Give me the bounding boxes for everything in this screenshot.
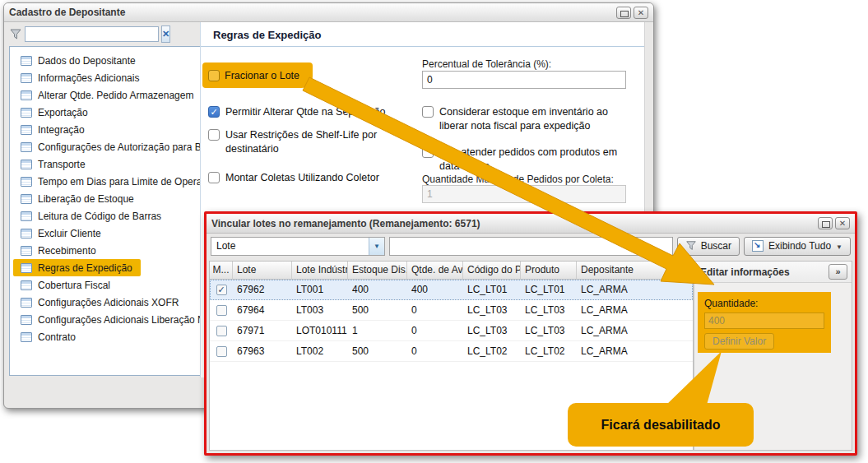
col-header-depositante[interactable]: Depositante <box>577 262 693 279</box>
sidebar-item-regras-de-expedicao[interactable]: Regras de Expedição <box>13 259 141 276</box>
list-icon <box>21 246 32 256</box>
list-icon <box>21 332 32 342</box>
clear-filter-icon[interactable] <box>161 25 170 43</box>
sidebar-item-config-liberacao-nf[interactable]: Configurações Adicionais Liberação NF <box>13 311 201 328</box>
table-row[interactable]: 67964 LT003 500 0 LC_LT03 LC_LT03 LC_ARM… <box>210 300 693 321</box>
cell-qtde-av: 400 <box>407 284 463 295</box>
table-row[interactable]: 67971 LOT010111 1 0 LC_LT03 LC_LT03 LC_A… <box>210 321 693 341</box>
editar-informacoes-header: Editar informações » <box>694 262 852 283</box>
tolerancia-input[interactable] <box>422 71 626 89</box>
row-checkbox[interactable] <box>216 305 227 316</box>
field-selector-dropdown[interactable]: Lote <box>211 237 385 256</box>
cell-lote-industria: LT001 <box>292 284 348 295</box>
cell-produto: LC_LT03 <box>521 304 577 316</box>
sidebar-item-integracao[interactable]: Integração <box>13 121 93 138</box>
col-header-qtde-av[interactable]: Qtde. de Av... <box>407 262 463 279</box>
sidebar-item-tempo-em-dias[interactable]: Tempo em Dias para Limite de Operaçã <box>13 173 201 190</box>
sidebar-item-label: Alterar Qtde. Pedido Armazenagem <box>38 90 193 101</box>
table-header-row: M... Lote Lote Indústria Estoque Dis... … <box>210 262 693 280</box>
cell-qtde-av: 0 <box>407 325 463 336</box>
cell-produto: LC_LT03 <box>521 325 577 336</box>
sidebar-item-contrato[interactable]: Contrato <box>13 328 84 345</box>
fracionar-lote-label: Fracionar o Lote <box>225 70 299 81</box>
sidebar-item-label: Configurações de Autorização para Bloqu <box>38 141 201 153</box>
sidebar-filter-input[interactable] <box>25 26 159 42</box>
sidebar-item-liberacao-de-estoque[interactable]: Liberação de Estoque <box>13 190 142 207</box>
main-window-titlebar: Cadastro de Depositante <box>4 3 653 22</box>
montar-coletas-checkbox[interactable] <box>208 172 220 183</box>
cell-lote: 67964 <box>233 304 292 316</box>
list-icon <box>21 73 32 83</box>
col-header-marcado[interactable]: M... <box>210 262 233 279</box>
sidebar-item-label: Leitura de Código de Barras <box>38 211 161 222</box>
col-header-estoque[interactable]: Estoque Dis... <box>348 262 407 279</box>
col-header-codigo[interactable]: Código do P... <box>463 262 521 279</box>
inventario-checkbox[interactable] <box>422 106 434 118</box>
sidebar-item-label: Integração <box>38 124 85 136</box>
row-checkbox[interactable] <box>216 326 227 336</box>
sidebar-item-label: Configurações Adicionais Liberação NF <box>38 314 201 326</box>
row-checkbox[interactable] <box>216 346 227 357</box>
buscar-button[interactable]: Buscar <box>677 237 740 256</box>
list-icon <box>21 177 32 187</box>
cell-produto: LC_LT02 <box>521 345 577 357</box>
list-icon <box>21 108 32 118</box>
sidebar-item-alterar-qtde[interactable]: Alterar Qtde. Pedido Armazenagem <box>13 86 201 104</box>
cell-qtde-av: 0 <box>407 304 463 316</box>
field-selector-value: Lote <box>216 240 235 252</box>
dialog-close-icon[interactable] <box>835 217 850 229</box>
cell-lote-industria: LT003 <box>292 304 348 316</box>
permitir-alterar-checkbox[interactable] <box>208 106 220 118</box>
list-icon <box>21 315 32 325</box>
sidebar-item-exportacao[interactable]: Exportação <box>13 104 96 121</box>
quantidade-input <box>704 313 824 329</box>
search-funnel-icon <box>685 240 697 252</box>
editar-informacoes-title: Editar informações <box>700 266 790 278</box>
permitir-alterar-row: Permitir Alterar Qtde na Separação <box>208 105 410 119</box>
exibindo-tudo-button[interactable]: Exibindo Tudo <box>744 237 851 256</box>
sidebar-item-informacoes-adicionais[interactable]: Informações Adicionais <box>13 69 147 86</box>
sidebar-item-cobertura-fiscal[interactable]: Cobertura Fiscal <box>13 276 118 294</box>
cell-depositante: LC_ARMA <box>577 284 693 295</box>
inventario-label: Considerar estoque em inventário ao libe… <box>439 105 626 133</box>
data-critica-checkbox[interactable] <box>422 146 434 158</box>
fracionar-lote-checkbox[interactable] <box>208 70 220 81</box>
definir-valor-button: Definir Valor <box>704 333 774 350</box>
cell-codigo: LC_LT03 <box>463 304 521 316</box>
sidebar-item-excluir-cliente[interactable]: Excluir Cliente <box>13 225 109 242</box>
close-icon[interactable] <box>634 7 648 19</box>
data-critica-row: Não atender pedidos com produtos em data… <box>422 146 626 174</box>
dialog-body: M... Lote Lote Indústria Estoque Dis... … <box>209 261 852 451</box>
table-row[interactable]: 67962 LT001 400 400 LC_LT01 LC_LT01 LC_A… <box>210 280 693 300</box>
sidebar-item-config-xofr[interactable]: Configurações Adicionais XOFR <box>13 294 187 311</box>
sidebar-item-leitura-codigo-barras[interactable]: Leitura de Código de Barras <box>13 207 169 225</box>
list-icon <box>21 229 32 238</box>
vincular-lotes-dialog: Vincular lotes no remanejamento (Remanej… <box>204 211 857 456</box>
sidebar-item-config-autorizacao[interactable]: Configurações de Autorização para Bloqu <box>13 138 201 155</box>
collapse-panel-icon[interactable]: » <box>829 264 847 280</box>
shelf-life-checkbox[interactable] <box>208 129 220 141</box>
row-checkbox[interactable] <box>216 285 227 295</box>
list-icon <box>21 211 32 221</box>
quantidade-highlight: Quantidade: Definir Valor <box>698 292 831 353</box>
maximize-icon[interactable] <box>616 7 631 19</box>
chevron-down-icon <box>369 238 384 255</box>
sidebar-item-transporte[interactable]: Transporte <box>13 155 94 173</box>
dialog-maximize-icon[interactable] <box>818 217 833 229</box>
list-icon <box>21 263 32 273</box>
table-row[interactable]: 67963 LT002 500 0 LC_LT02 LC_LT02 LC_ARM… <box>210 341 693 362</box>
search-input[interactable] <box>389 237 673 256</box>
sidebar-item-recebimento[interactable]: Recebimento <box>13 242 104 259</box>
col-header-produto[interactable]: Produto <box>521 262 577 279</box>
cell-codigo: LC_LT02 <box>463 345 521 357</box>
cell-lote: 67963 <box>233 345 292 357</box>
chevron-down-icon <box>836 240 842 252</box>
cell-lote-industria: LOT010111 <box>292 325 348 336</box>
sidebar-item-dados-do-depositante[interactable]: Dados do Depositante <box>13 52 144 69</box>
cell-estoque: 500 <box>348 304 407 316</box>
tolerancia-label: Percentual de Tolerância (%): <box>422 58 551 70</box>
sidebar-item-label: Exportação <box>38 107 88 118</box>
col-header-lote[interactable]: Lote <box>233 262 292 279</box>
cell-lote-industria: LT002 <box>292 345 348 357</box>
col-header-lote-industria[interactable]: Lote Indústria <box>292 262 348 279</box>
